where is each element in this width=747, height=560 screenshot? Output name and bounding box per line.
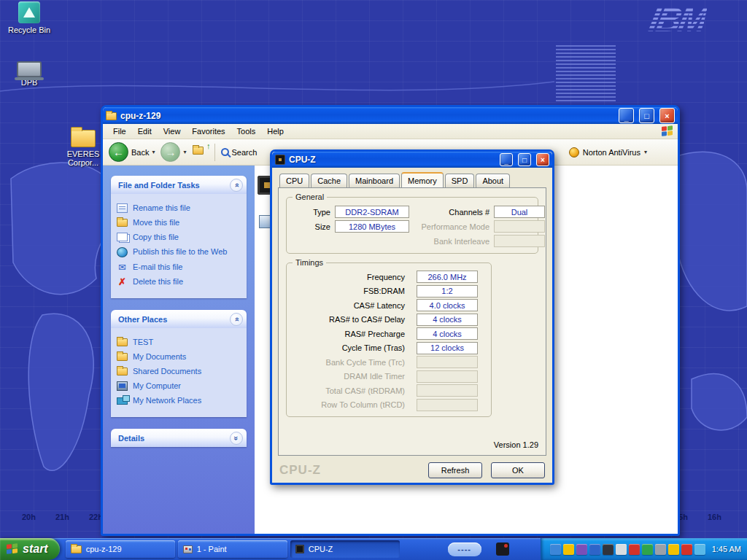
file-tasks-header[interactable]: File and Folder Tasks » bbox=[111, 176, 247, 194]
forward-dropdown-icon[interactable]: ▾ bbox=[183, 149, 186, 155]
place-my-network[interactable]: My Network Places bbox=[117, 396, 241, 405]
close-button[interactable]: × bbox=[659, 108, 675, 123]
taskbar-button-explorer[interactable]: cpu-z-129 bbox=[66, 540, 175, 558]
tray-icon[interactable] bbox=[694, 544, 705, 555]
timezone-label: 16h bbox=[708, 513, 721, 521]
tab-mainboard[interactable]: Mainboard bbox=[349, 174, 400, 187]
file-icon[interactable] bbox=[259, 215, 271, 228]
general-groupbox: General Type DDR2-SDRAM Size 1280 MBytes… bbox=[286, 197, 538, 254]
ok-button[interactable]: OK bbox=[491, 462, 545, 478]
tray-icon[interactable] bbox=[642, 544, 653, 555]
back-dropdown-icon[interactable]: ▾ bbox=[152, 149, 155, 155]
folder-icon bbox=[71, 130, 96, 147]
tray-icon[interactable] bbox=[603, 544, 614, 555]
task-delete-file[interactable]: ✗ Delete this file bbox=[117, 277, 241, 287]
timing-row: DRAM Idle Timer bbox=[287, 370, 491, 384]
task-rename-file[interactable]: Rename this file bbox=[117, 203, 241, 213]
tab-spd[interactable]: SPD bbox=[445, 174, 475, 187]
expand-chevron-icon[interactable]: » bbox=[230, 432, 243, 445]
recycle-bin-icon bbox=[18, 1, 40, 23]
menu-favorites[interactable]: Favorites bbox=[186, 125, 231, 137]
close-button[interactable]: × bbox=[536, 153, 549, 166]
up-folder-button[interactable]: ↑ bbox=[193, 146, 209, 159]
timing-row: RAS# to CAS# Delay 4 clocks bbox=[287, 313, 491, 327]
task-move-file[interactable]: Move this file bbox=[117, 218, 241, 228]
tab-cache[interactable]: Cache bbox=[311, 174, 347, 187]
laptop-icon bbox=[17, 61, 42, 77]
timing-value-field: 266.0 MHz bbox=[417, 271, 478, 283]
tray-icon[interactable] bbox=[589, 544, 600, 555]
details-header[interactable]: Details » bbox=[111, 429, 247, 447]
norton-antivirus-button[interactable]: Norton AntiVirus ▾ bbox=[569, 147, 647, 158]
menu-file[interactable]: File bbox=[107, 125, 132, 137]
taskbar-indicator-icon[interactable] bbox=[496, 542, 509, 556]
place-shared-documents[interactable]: Shared Documents bbox=[117, 367, 241, 376]
menu-bar: File Edit View Favorites Tools Help bbox=[103, 124, 678, 139]
maximize-button[interactable]: □ bbox=[639, 108, 654, 123]
tray-icon[interactable] bbox=[563, 544, 574, 555]
place-my-computer[interactable]: My Computer bbox=[117, 381, 241, 391]
back-button[interactable]: ← Back ▾ bbox=[109, 142, 155, 162]
task-copy-file[interactable]: Copy this file bbox=[117, 233, 241, 242]
chip-icon bbox=[295, 545, 304, 553]
taskbar-button-paint[interactable]: 1 - Paint bbox=[178, 540, 287, 558]
explorer-task-pane: File and Folder Tasks » Rename this file… bbox=[103, 166, 255, 534]
taskbar-overflow-button[interactable]: ---- bbox=[448, 542, 481, 556]
menu-tools[interactable]: Tools bbox=[231, 125, 262, 137]
desktop-icon-dpb[interactable]: DPB bbox=[6, 58, 53, 87]
minimize-button[interactable]: _ bbox=[619, 108, 634, 123]
other-places-header[interactable]: Other Places » bbox=[111, 310, 247, 328]
timing-value-field bbox=[417, 399, 478, 411]
globe-icon bbox=[117, 247, 128, 257]
norton-dropdown-icon[interactable]: ▾ bbox=[644, 149, 647, 155]
desktop-icon-recycle-bin[interactable]: Recycle Bin bbox=[6, 1, 53, 34]
taskbar: start cpu-z-129 1 - Paint CPU-Z ---- bbox=[0, 538, 747, 560]
folder-icon bbox=[193, 147, 204, 155]
menu-help[interactable]: Help bbox=[261, 125, 290, 137]
panel-title: Other Places bbox=[118, 315, 167, 324]
collapse-chevron-icon[interactable]: » bbox=[230, 179, 243, 192]
folder-icon bbox=[117, 338, 128, 346]
tray-icon[interactable] bbox=[655, 544, 666, 555]
tray-icon[interactable] bbox=[681, 544, 692, 555]
start-button[interactable]: start bbox=[0, 538, 60, 560]
menu-view[interactable]: View bbox=[158, 125, 187, 137]
task-publish-file[interactable]: Publish this file to the Web bbox=[117, 247, 241, 257]
tray-icon[interactable] bbox=[629, 544, 640, 555]
desktop-icon-everes[interactable]: EVERES Corpor... bbox=[63, 130, 104, 167]
tab-about[interactable]: About bbox=[476, 174, 510, 187]
tab-cpu[interactable]: CPU bbox=[279, 174, 309, 187]
place-my-documents[interactable]: My Documents bbox=[117, 352, 241, 362]
maximize-button[interactable]: □ bbox=[518, 153, 531, 166]
size-label: Size bbox=[293, 222, 330, 231]
tray-icon[interactable] bbox=[616, 544, 627, 555]
channels-label: Channels # bbox=[409, 208, 489, 217]
timings-groupbox: Timings Frequency 266.0 MHz FSB:DRAM 1:2… bbox=[286, 262, 492, 417]
tray-icon[interactable] bbox=[550, 544, 561, 555]
window-title: cpu-z-129 bbox=[120, 111, 614, 121]
menu-edit[interactable]: Edit bbox=[132, 125, 158, 137]
timing-row: CAS# Latency 4.0 clocks bbox=[287, 298, 491, 313]
window-title: CPU-Z bbox=[289, 155, 495, 165]
timing-value-field bbox=[417, 370, 478, 383]
forward-button[interactable]: → ▾ bbox=[160, 142, 186, 162]
channels-field: Dual bbox=[494, 206, 545, 218]
taskbar-button-cpuz[interactable]: CPU-Z bbox=[290, 540, 400, 558]
performance-mode-label: Performance Mode bbox=[409, 222, 489, 231]
move-folder-icon bbox=[117, 219, 128, 227]
refresh-button[interactable]: Refresh bbox=[428, 462, 482, 478]
tab-memory[interactable]: Memory bbox=[401, 172, 444, 187]
cpuz-titlebar[interactable]: CPU-Z _ □ × bbox=[272, 152, 552, 168]
place-test[interactable]: TEST bbox=[117, 338, 241, 347]
tray-icon[interactable] bbox=[576, 544, 587, 555]
minimize-button[interactable]: _ bbox=[500, 153, 513, 166]
file-tasks-panel: File and Folder Tasks » Rename this file… bbox=[111, 176, 247, 298]
collapse-chevron-icon[interactable]: » bbox=[230, 313, 243, 326]
timing-value-field: 4 clocks bbox=[417, 327, 478, 340]
tray-icon[interactable] bbox=[668, 544, 679, 555]
task-email-file[interactable]: ✉ E-mail this file bbox=[117, 262, 241, 272]
taskbar-clock[interactable]: 1:45 AM bbox=[712, 545, 741, 553]
explorer-titlebar[interactable]: cpu-z-129 _ □ × bbox=[103, 107, 678, 124]
search-button[interactable]: Search bbox=[221, 148, 258, 157]
type-label: Type bbox=[293, 208, 330, 217]
